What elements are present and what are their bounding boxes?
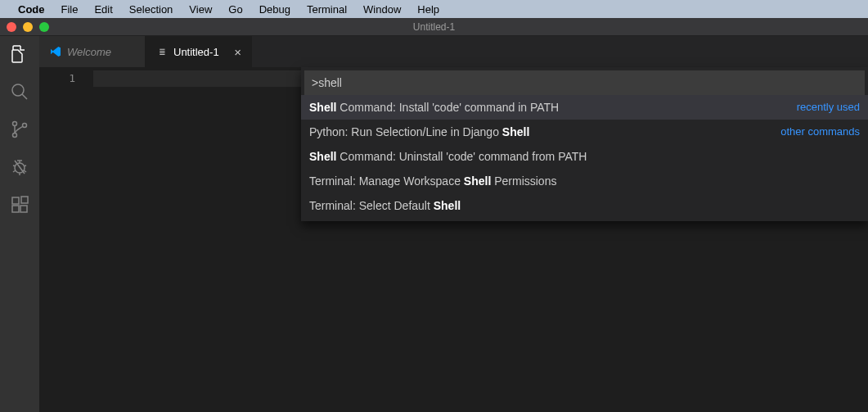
- command-item-select-default-shell[interactable]: Terminal: Select Default Shell: [301, 193, 868, 218]
- svg-point-2: [13, 122, 17, 126]
- explorer-icon[interactable]: [10, 44, 29, 64]
- hint-recently-used: recently used: [797, 98, 860, 116]
- svg-line-1: [22, 94, 27, 99]
- line-gutter: 1: [39, 67, 93, 412]
- close-tab-icon[interactable]: ×: [234, 45, 241, 59]
- command-palette-list: Shell Command: Install 'code' command in…: [301, 95, 868, 221]
- macos-menubar: Code File Edit Selection View Go Debug T…: [0, 0, 868, 18]
- activity-bar: [0, 36, 39, 412]
- svg-rect-10: [21, 197, 28, 203]
- extensions-icon[interactable]: [10, 195, 29, 215]
- svg-point-3: [13, 134, 17, 138]
- tab-welcome-label: Welcome: [67, 46, 111, 58]
- svg-point-4: [23, 124, 27, 128]
- source-control-icon[interactable]: [10, 120, 29, 139]
- menu-go[interactable]: Go: [220, 3, 250, 16]
- maximize-window-button[interactable]: [39, 22, 49, 32]
- tab-welcome[interactable]: Welcome: [39, 36, 146, 67]
- tab-untitled[interactable]: ≣ Untitled-1 ×: [146, 36, 252, 67]
- svg-rect-8: [12, 206, 19, 212]
- menu-app[interactable]: Code: [18, 3, 53, 16]
- command-palette: Shell Command: Install 'code' command in…: [301, 67, 868, 221]
- svg-rect-9: [20, 206, 27, 212]
- menu-debug[interactable]: Debug: [251, 3, 299, 16]
- command-item-label: Python: Run Selection/Line in Django She…: [309, 123, 529, 141]
- file-icon: ≣: [155, 45, 169, 58]
- command-item-uninstall-code[interactable]: Shell Command: Uninstall 'code' command …: [301, 144, 868, 169]
- command-item-manage-shell-permissions[interactable]: Terminal: Manage Workspace Shell Permiss…: [301, 169, 868, 193]
- tabs-row: Welcome ≣ Untitled-1 ×: [39, 36, 868, 67]
- svg-rect-7: [12, 197, 19, 204]
- menu-view[interactable]: View: [181, 3, 220, 16]
- command-item-python-django-shell[interactable]: Python: Run Selection/Line in Django She…: [301, 120, 868, 144]
- menu-help[interactable]: Help: [409, 3, 447, 16]
- debug-icon[interactable]: [10, 157, 29, 177]
- command-item-label: Shell Command: Install 'code' command in…: [309, 98, 559, 116]
- line-number-1: 1: [39, 70, 75, 87]
- menu-file[interactable]: File: [53, 3, 87, 16]
- menu-edit[interactable]: Edit: [86, 3, 120, 16]
- hint-other-commands: other commands: [780, 123, 860, 141]
- command-item-label: Shell Command: Uninstall 'code' command …: [309, 147, 587, 165]
- menu-selection[interactable]: Selection: [121, 3, 181, 16]
- window-title: Untitled-1: [413, 21, 455, 33]
- tab-untitled-label: Untitled-1: [173, 46, 219, 58]
- command-palette-input[interactable]: [304, 70, 865, 95]
- search-icon[interactable]: [10, 82, 29, 102]
- svg-point-0: [12, 84, 24, 96]
- menu-window[interactable]: Window: [355, 3, 409, 16]
- minimize-window-button[interactable]: [23, 22, 33, 32]
- traffic-lights: [0, 22, 49, 32]
- menu-terminal[interactable]: Terminal: [299, 3, 355, 16]
- close-window-button[interactable]: [7, 22, 16, 32]
- command-item-label: Terminal: Select Default Shell: [309, 197, 461, 215]
- vscode-icon: [49, 45, 62, 58]
- window-titlebar: Untitled-1: [0, 18, 868, 36]
- command-item-label: Terminal: Manage Workspace Shell Permiss…: [309, 172, 556, 190]
- command-item-install-code[interactable]: Shell Command: Install 'code' command in…: [301, 95, 868, 120]
- workspace: Welcome ≣ Untitled-1 × 1 Shell Command: …: [0, 36, 868, 412]
